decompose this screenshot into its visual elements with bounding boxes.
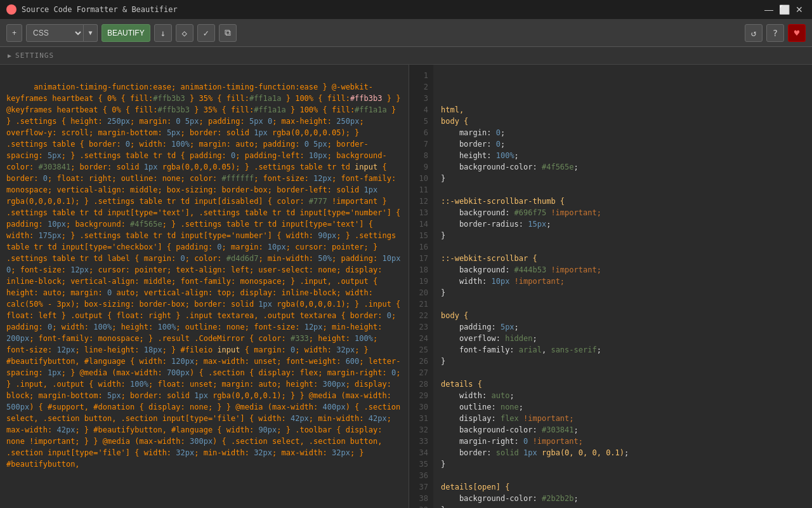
- line-number: 12: [409, 196, 428, 207]
- line-number: 27: [409, 367, 428, 378]
- settings-bar[interactable]: ▶ SETTINGS: [0, 47, 812, 65]
- input-code-area[interactable]: animation-timing-function:ease; animatio…: [0, 65, 409, 508]
- line-number: 18: [409, 264, 428, 276]
- lang-dropdown-icon[interactable]: ▼: [84, 24, 98, 42]
- line-number: 39: [409, 504, 428, 508]
- code-line: width: 10px !important;: [441, 276, 804, 287]
- line-number: 23: [409, 321, 428, 333]
- code-output: html,body { margin: 0; border: 0; height…: [433, 65, 812, 508]
- download-button[interactable]: ↓: [154, 24, 172, 42]
- titlebar: Source Code Formatter & Beautifier — ⬜ ✕: [0, 0, 812, 19]
- line-number: 17: [409, 253, 428, 264]
- settings-label: SETTINGS: [15, 51, 54, 60]
- code-line: [441, 470, 804, 481]
- line-number: 20: [409, 287, 428, 298]
- line-number: 22: [409, 310, 428, 321]
- code-line: }: [441, 504, 804, 508]
- line-number: 31: [409, 413, 428, 424]
- code-line: [441, 241, 804, 253]
- code-line: details[open] {: [441, 481, 804, 493]
- output-code-area[interactable]: 1234567891011121314151617181920212223242…: [409, 65, 812, 508]
- code-line: }: [441, 458, 804, 470]
- code-line: display: flex !important;: [441, 413, 804, 424]
- line-number: 19: [409, 276, 428, 287]
- line-number: 35: [409, 458, 428, 470]
- line-number: 36: [409, 470, 428, 481]
- code-line: body {: [441, 310, 804, 321]
- line-number: 38: [409, 493, 428, 504]
- code-line: width: auto;: [441, 390, 804, 401]
- window-title: Source Code Formatter & Beautifier: [22, 5, 763, 14]
- line-number: 8: [409, 150, 428, 161]
- line-number: 26: [409, 356, 428, 367]
- code-line: [441, 298, 804, 310]
- line-number: 25: [409, 344, 428, 356]
- maximize-button[interactable]: ⬜: [778, 3, 790, 16]
- code-line: background-color: #303841;: [441, 424, 804, 436]
- code-line: ::-webkit-scrollbar-thumb {: [441, 196, 804, 207]
- beautify-button[interactable]: BEAUTIFY: [102, 24, 150, 42]
- language-selector-wrapper: CSS HTML JavaScript JSON ▼: [26, 24, 98, 42]
- code-line: background: #444b53 !important;: [441, 264, 804, 276]
- window-controls: — ⬜ ✕: [763, 3, 806, 16]
- settings-triangle: ▶: [8, 52, 11, 59]
- line-number: 14: [409, 218, 428, 230]
- line-number: 13: [409, 207, 428, 218]
- line-number: 2: [409, 81, 428, 93]
- line-number: 24: [409, 333, 428, 344]
- code-line: margin-right: 0 !important;: [441, 436, 804, 447]
- code-line: details {: [441, 378, 804, 390]
- line-numbers: 1234567891011121314151617181920212223242…: [409, 65, 433, 508]
- line-number: 37: [409, 481, 428, 493]
- code-line: margin: 0;: [441, 127, 804, 138]
- copy-button[interactable]: ⧉: [219, 24, 237, 42]
- output-panel: 1234567891011121314151617181920212223242…: [409, 65, 812, 508]
- code-line: background-color: #2b2b2b;: [441, 493, 804, 504]
- heart-button[interactable]: ♥: [788, 24, 806, 42]
- code-line: body {: [441, 116, 804, 127]
- line-number: 10: [409, 173, 428, 184]
- input-panel: animation-timing-function:ease; animatio…: [0, 65, 409, 508]
- line-number: 15: [409, 230, 428, 241]
- clear-button[interactable]: ◇: [176, 24, 193, 42]
- line-number: 3: [409, 93, 428, 104]
- code-line: padding: 5px;: [441, 321, 804, 333]
- line-number: 16: [409, 241, 428, 253]
- code-line: height: 100%;: [441, 150, 804, 161]
- code-line: font-family: arial, sans-serif;: [441, 344, 804, 356]
- minimize-button[interactable]: —: [763, 3, 775, 16]
- line-number: 6: [409, 127, 428, 138]
- line-number: 4: [409, 104, 428, 116]
- code-line: overflow: hidden;: [441, 333, 804, 344]
- line-number: 9: [409, 161, 428, 173]
- help-button[interactable]: ?: [766, 24, 784, 42]
- code-line: background: #696f75 !important;: [441, 207, 804, 218]
- code-line: }: [441, 230, 804, 241]
- code-line: border: solid 1px rgba(0, 0, 0, 0.1);: [441, 447, 804, 458]
- code-line: }: [441, 173, 804, 184]
- language-select[interactable]: CSS HTML JavaScript JSON: [26, 24, 84, 42]
- add-button[interactable]: +: [6, 24, 22, 42]
- line-number: 28: [409, 378, 428, 390]
- code-line: outline: none;: [441, 401, 804, 413]
- line-number: 32: [409, 424, 428, 436]
- app-icon: [6, 4, 16, 15]
- line-number: 5: [409, 116, 428, 127]
- line-number: 33: [409, 436, 428, 447]
- code-line: html,: [441, 104, 804, 116]
- code-line: }: [441, 287, 804, 298]
- check-button[interactable]: ✓: [197, 24, 215, 42]
- main-area: animation-timing-function:ease; animatio…: [0, 65, 812, 508]
- code-line: [441, 184, 804, 196]
- line-number: 1: [409, 70, 428, 81]
- refresh-button[interactable]: ↺: [745, 24, 763, 42]
- line-number: 34: [409, 447, 428, 458]
- code-line: [441, 367, 804, 378]
- line-number: 21: [409, 298, 428, 310]
- line-number: 7: [409, 138, 428, 150]
- line-number: 11: [409, 184, 428, 196]
- code-line: background-color: #4f565e;: [441, 161, 804, 173]
- code-line: ::-webkit-scrollbar {: [441, 253, 804, 264]
- close-button[interactable]: ✕: [793, 3, 806, 16]
- line-number: 30: [409, 401, 428, 413]
